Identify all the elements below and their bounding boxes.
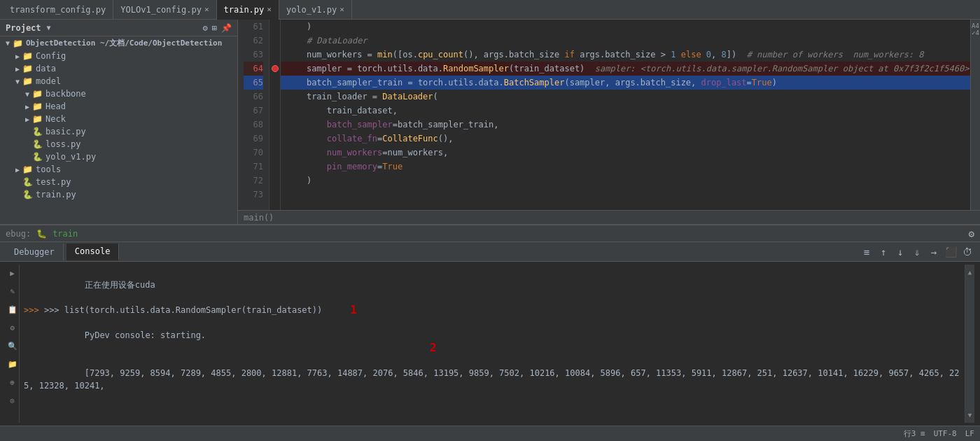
code-line-63: num_workers = min([os.cpu_count(), args.… xyxy=(281,48,970,62)
project-dropdown-icon[interactable]: ▼ xyxy=(47,24,51,31)
editor-footer: main() xyxy=(238,210,980,224)
tab-label: transform_config.py xyxy=(10,5,106,15)
folder-icon: 📁 xyxy=(13,38,23,48)
tree-label: Head xyxy=(46,102,66,111)
tree-label: model xyxy=(36,76,61,86)
tab-yolo-v1[interactable]: yolo_v1.py × xyxy=(279,0,352,20)
tree-item-train-py[interactable]: 🐍 train.py xyxy=(0,188,237,201)
line-numbers: 61 62 63 64 65 66 67 68 69 70 71 72 73 xyxy=(238,20,270,210)
layout-icon[interactable]: ⊞ xyxy=(212,23,217,33)
scroll-down-icon[interactable]: ▼ xyxy=(968,409,972,421)
debug-session-icon: 🐛 xyxy=(36,229,47,239)
code-editor[interactable]: ) # DataLoader num_workers = min([os.cpu… xyxy=(281,20,970,210)
toolbar-btn-down-alt[interactable]: ↓ xyxy=(893,245,907,259)
console-line-starting: PyDev console: starting. xyxy=(24,316,960,354)
sidebar: Project ▼ ⚙ ⊞ 📌 ▼ 📁 ObjectDetection ~/文档… xyxy=(0,20,238,224)
tree-label: backbone xyxy=(46,89,86,99)
tree-item-config[interactable]: ▶ 📁 Config xyxy=(0,50,237,62)
console-content[interactable]: ▶ ✎ 📋 ⚙ 🔍 📁 ⊕ ⊙ 正在使用设备cuda >>> >>> list xyxy=(0,262,980,426)
tab-debugger-label: Debugger xyxy=(14,247,55,257)
tab-bar: transform_config.py YOLOv1_config.py × t… xyxy=(0,0,980,20)
console-icon-1[interactable]: ▶ xyxy=(10,267,15,280)
toolbar-btn-right[interactable]: → xyxy=(927,245,941,259)
tree-item-yolo-v1-py[interactable]: 🐍 yolo_v1.py xyxy=(0,150,237,163)
project-header: Project ▼ ⚙ ⊞ 📌 xyxy=(0,20,237,36)
scroll-up-icon[interactable]: ▲ xyxy=(968,266,972,279)
console-icon-4[interactable]: ⚙ xyxy=(10,322,15,335)
toolbar-btn-history[interactable]: ⏱ xyxy=(960,245,974,259)
chevron-down-icon: ▼ xyxy=(22,90,32,98)
code-line-62: # DataLoader xyxy=(281,34,970,48)
tab-yolov1-config[interactable]: YOLOv1_config.py × xyxy=(113,0,216,20)
console-icon-3[interactable]: 📋 xyxy=(8,304,18,316)
console-command: >>> list(torch.utils.data.RandomSampler(… xyxy=(44,304,322,316)
breakpoint-dot xyxy=(272,65,279,72)
prompt-symbol: >>> xyxy=(24,304,44,316)
tree-label: test.py xyxy=(36,177,71,187)
tree-item-backbone[interactable]: ▼ 📁 backbone xyxy=(0,88,237,100)
toolbar-btn-stop[interactable]: ⬛ xyxy=(944,245,958,259)
tab-modified: × xyxy=(267,5,272,14)
code-line-72: ) xyxy=(281,174,970,188)
console-info-text: 正在使用设备cuda xyxy=(85,280,155,290)
folder-icon: 📁 xyxy=(22,76,33,86)
code-line-70: num_workers=num_workers, xyxy=(281,146,970,160)
console-line-cuda: 正在使用设备cuda xyxy=(24,266,960,304)
folder-icon: 📁 xyxy=(32,102,43,111)
breakpoint-column xyxy=(270,20,281,210)
toolbar-btn-list[interactable]: ≡ xyxy=(860,245,874,259)
toolbar-btn-up[interactable]: ↑ xyxy=(876,245,890,259)
console-icon-7[interactable]: ⊕ xyxy=(10,377,15,389)
py-file-icon: 🐍 xyxy=(22,177,33,187)
tree-item-basic-py[interactable]: 🐍 basic.py xyxy=(0,125,237,138)
tree-label: yolo_v1.py xyxy=(46,152,96,162)
code-line-71: pin_memory=True xyxy=(281,160,970,174)
folder-icon: 📁 xyxy=(32,89,43,99)
tab-debugger[interactable]: Debugger xyxy=(6,244,64,260)
tree-item-root[interactable]: ▼ 📁 ObjectDetection ~/文档/Code/ObjectDete… xyxy=(0,36,237,50)
line-info: 行3 ≡ xyxy=(904,428,925,439)
toolbar-btn-down[interactable]: ⇓ xyxy=(910,245,924,259)
tab-label: train.py xyxy=(224,5,265,15)
status-bar: 行3 ≡ UTF-8 LF xyxy=(0,426,980,441)
debug-bar: ebug: 🐛 train ⚙ xyxy=(0,225,980,242)
tree-item-model[interactable]: ▼ 📁 model xyxy=(0,75,237,88)
main-call: main() xyxy=(244,213,274,223)
right-panel-icons: A4 ✓4 xyxy=(970,20,980,210)
code-line-69: collate_fn=CollateFunc(), xyxy=(281,132,970,146)
project-title: Project xyxy=(6,23,41,33)
tree-item-data[interactable]: ▶ 📁 data xyxy=(0,62,237,75)
console-icon-5[interactable]: 🔍 xyxy=(8,340,18,353)
debug-settings-icon[interactable]: ⚙ xyxy=(969,228,974,239)
tree-label: data xyxy=(36,64,56,74)
folder-icon: 📁 xyxy=(22,164,33,174)
tree-item-loss-py[interactable]: 🐍 loss.py xyxy=(0,138,237,150)
tab-transform-config[interactable]: transform_config.py xyxy=(3,0,113,20)
code-line-66: train_loader = DataLoader( xyxy=(281,90,970,104)
console-icon-2[interactable]: ✎ xyxy=(10,286,15,298)
console-icon-6[interactable]: 📁 xyxy=(8,358,18,371)
pin-icon[interactable]: 📌 xyxy=(221,23,232,33)
error-count-icon: A4 xyxy=(972,22,979,29)
tree-item-head[interactable]: ▶ 📁 Head xyxy=(0,100,237,113)
settings-icon[interactable]: ⚙ xyxy=(203,23,208,33)
code-line-64: sampler = torch.utils.data.RandomSampler… xyxy=(281,62,970,76)
tab-train[interactable]: train.py × xyxy=(217,0,279,20)
tree-label: tools xyxy=(36,164,61,174)
folder-icon: 📁 xyxy=(32,114,43,124)
console-icon-8[interactable]: ⊙ xyxy=(10,395,15,407)
chevron-down-icon: ▼ xyxy=(3,39,13,47)
code-line-73 xyxy=(281,188,970,202)
py-file-icon: 🐍 xyxy=(22,190,33,200)
chevron-right-icon: ▶ xyxy=(13,52,22,60)
tree-label: Config xyxy=(36,51,66,61)
tree-item-neck[interactable]: ▶ 📁 Neck xyxy=(0,113,237,125)
folder-icon: 📁 xyxy=(22,51,33,61)
tree-item-tools[interactable]: ▶ 📁 tools xyxy=(0,163,237,176)
debug-label: ebug: xyxy=(6,229,31,239)
tree-item-test-py[interactable]: 🐍 test.py xyxy=(0,176,237,188)
tree-label: loss.py xyxy=(46,139,81,149)
chevron-down-icon: ▼ xyxy=(13,78,22,85)
tab-console[interactable]: Console xyxy=(66,244,120,260)
tab-label: yolo_v1.py xyxy=(286,5,337,15)
